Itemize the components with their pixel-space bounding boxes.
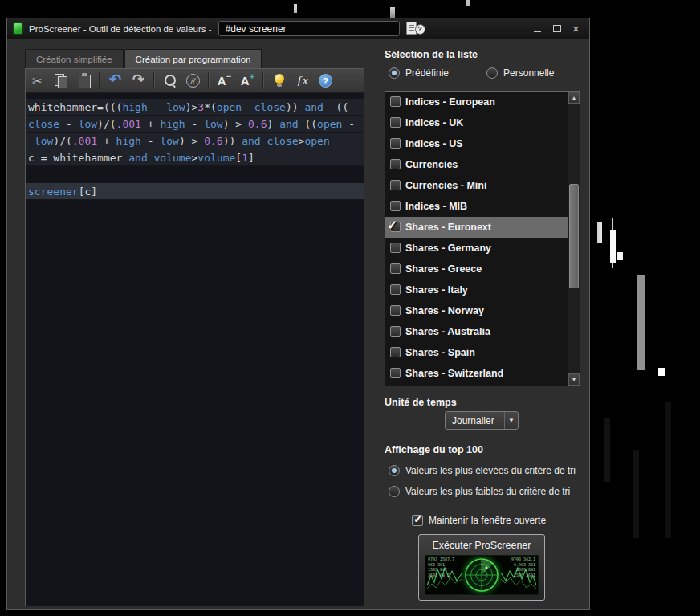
tab-label: Création simplifiée (36, 55, 112, 64)
checkbox[interactable] (390, 180, 401, 190)
scroll-down-button[interactable]: ▼ (568, 373, 580, 386)
code-line[interactable]: low)/(.001 + high - low) > 0.6)) and clo… (26, 133, 364, 149)
redo-button[interactable]: ↷ (128, 71, 149, 91)
font-increase-button[interactable]: A+ (237, 71, 258, 91)
checkbox[interactable] (390, 263, 401, 274)
tab-creation-par-programmation[interactable]: Création par programmation (124, 49, 262, 68)
redo-icon: ↷ (132, 71, 144, 88)
radio-top100-valeurs-les-plus-elevees-du-critere-de-tri[interactable]: Valeurs les plus élevées du critère de t… (389, 460, 576, 481)
list-item-indices-mib[interactable]: Indices - MIB (385, 196, 568, 217)
undo-icon: ↶ (109, 71, 121, 88)
checkbox[interactable] (390, 117, 401, 128)
list-item-shares-australia[interactable]: Shares - Australia (385, 321, 568, 342)
down-arrow-icon: ▼ (572, 377, 577, 382)
up-arrow-icon: ▲ (572, 95, 577, 100)
list-item-currencies[interactable]: Currencies (385, 154, 568, 175)
radio-label: Valeurs les plus élevées du critère de t… (405, 465, 576, 476)
editor-column: Création simplifiéeCréation par programm… (25, 49, 364, 606)
radio-list-type-predefinie[interactable]: Prédéfinie (389, 67, 449, 79)
list-item-shares-norway[interactable]: Shares - Norway (385, 300, 568, 321)
background-candlestick (604, 418, 610, 482)
dropdown-arrow-box: ▼ (504, 412, 518, 429)
scrollbar-thumb[interactable] (569, 184, 579, 288)
window-titlebar[interactable]: ProScreener - Outil de détection de vale… (7, 18, 589, 39)
copy-button[interactable] (50, 71, 71, 91)
radio-list-type-personnelle[interactable]: Personnelle (486, 67, 554, 79)
checkbox[interactable] (390, 201, 401, 211)
minimize-button[interactable] (532, 23, 543, 34)
timeframe-value: Journalier (446, 415, 504, 426)
micro-number: 9703 342.1 (511, 557, 535, 562)
checkbox[interactable] (390, 368, 401, 378)
execute-proscreener-button[interactable]: Exécuter ProScreener 9703 2587.7963 3011… (418, 534, 545, 601)
background-candlestick (597, 222, 602, 243)
cut-button[interactable]: ✂ (26, 71, 48, 91)
font-increase-sign-icon: + (250, 71, 254, 81)
screener-name-input[interactable] (218, 21, 400, 36)
code-line[interactable]: screener[c] (26, 183, 364, 200)
list-item-label: Shares - Switzerland (405, 368, 503, 379)
timeframe-dropdown[interactable]: Journalier ▼ (445, 411, 519, 430)
app-icon (14, 23, 22, 34)
document-help-icon[interactable]: ? (405, 21, 429, 37)
list-item-shares-switzerland[interactable]: Shares - Switzerland (385, 363, 568, 384)
list-item-indices-european[interactable]: Indices - European (385, 92, 568, 112)
checkbox[interactable] (390, 347, 401, 357)
list-item-shares-germany[interactable]: Shares - Germany (385, 238, 568, 259)
background-candlestick (665, 402, 671, 538)
code-line[interactable]: c = whitehammer and volume>volume[1] (26, 149, 364, 166)
code-line[interactable] (26, 166, 364, 183)
checkbox[interactable] (390, 326, 401, 337)
list-item-shares-euronext[interactable]: ✓Shares - Euronext (385, 217, 568, 238)
background-candlestick (637, 275, 645, 370)
check-icon: ✓ (387, 218, 397, 233)
toolbar-separator (99, 72, 100, 89)
toolbar-separator (153, 72, 155, 89)
maximize-button[interactable] (551, 23, 562, 34)
code-editor[interactable]: whitehammer=(((high - low)>3*(open -clos… (26, 93, 364, 606)
list-item-shares-italy[interactable]: Shares - Italy (385, 279, 568, 300)
checkbox[interactable] (390, 159, 401, 169)
question-mark-icon: ? (415, 24, 425, 35)
code-line[interactable]: close - low)/(.001 + high - low) > 0.6) … (26, 116, 364, 133)
checkbox[interactable] (390, 96, 401, 107)
checkbox[interactable] (390, 305, 401, 316)
tab-creation-simplifiee[interactable]: Création simplifiée (25, 49, 124, 68)
list-item-label: Indices - UK (405, 117, 463, 129)
minimize-icon (534, 31, 541, 32)
hint-button[interactable] (268, 71, 290, 91)
font-decrease-button[interactable]: A− (214, 71, 235, 91)
list-scrollbar[interactable]: ▲ ▼ (568, 92, 580, 386)
search-button[interactable] (159, 71, 181, 91)
radio-unselected-icon (486, 67, 498, 79)
scrollbar-track[interactable] (568, 104, 580, 373)
paste-button[interactable] (73, 71, 95, 91)
cut-icon: ✂ (32, 74, 43, 88)
toolbar-separator (262, 72, 264, 89)
tab-bar: Création simplifiéeCréation par programm… (25, 49, 364, 68)
list-item-indices-us[interactable]: Indices - US (385, 133, 568, 154)
checkbox[interactable] (390, 284, 401, 295)
keep-open-label: Maintenir la fenêtre ouverte (429, 515, 546, 526)
radio-top100-valeurs-les-plus-faibles-du-critere-de-tri[interactable]: Valeurs les plus faibles du critère de t… (389, 481, 576, 502)
list-item-shares-greece[interactable]: Shares - Greece (385, 259, 568, 279)
keep-open-checkbox[interactable]: ✓ (412, 515, 423, 526)
list-item-currencies-mini[interactable]: Currencies - Mini (385, 175, 568, 196)
list-item-indices-uk[interactable]: Indices - UK (385, 112, 568, 133)
help-button[interactable]: ? (315, 71, 336, 91)
settings-panel: Sélection de la liste PrédéfiniePersonne… (374, 43, 584, 606)
window-controls: × (532, 23, 581, 34)
proscreener-artwork: 9703 2587.7963 3011505 8423601 04.2 9703… (425, 555, 539, 595)
checkbox[interactable] (390, 243, 401, 253)
close-button[interactable]: × (571, 23, 581, 34)
background-candlestick (658, 368, 665, 376)
undo-button[interactable]: ↶ (104, 71, 126, 91)
checkbox[interactable] (390, 138, 401, 149)
code-line[interactable]: whitehammer=(((high - low)>3*(open -clos… (26, 99, 364, 116)
list-item-shares-spain[interactable]: Shares - Spain (385, 342, 568, 363)
scroll-up-button[interactable]: ▲ (568, 92, 580, 104)
comment-button[interactable]: // (182, 71, 204, 91)
insert-function-button[interactable]: ƒx (291, 71, 313, 91)
font-decrease-icon: A (218, 74, 226, 88)
keep-open-row[interactable]: ✓ Maintenir la fenêtre ouverte (412, 515, 546, 526)
